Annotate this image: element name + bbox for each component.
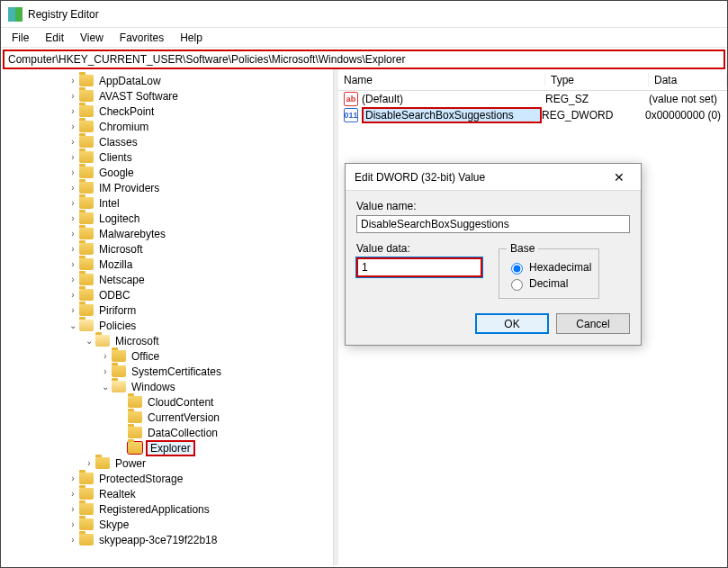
col-header-name[interactable]: Name xyxy=(338,74,545,86)
value-data: 0x00000000 (0) xyxy=(645,109,727,122)
list-row[interactable]: ab(Default)REG_SZ(value not set) xyxy=(338,91,727,107)
chevron-down-icon[interactable]: ⌄ xyxy=(67,320,78,331)
chevron-right-icon[interactable]: › xyxy=(67,137,78,148)
tree-item-piriform[interactable]: ›Piriform xyxy=(1,302,333,318)
tree-item-malwarebytes[interactable]: ›Malwarebytes xyxy=(1,226,333,241)
folder-icon xyxy=(79,151,94,163)
tree-item-classes[interactable]: ›Classes xyxy=(1,134,333,149)
col-header-data[interactable]: Data xyxy=(649,74,727,86)
radio-hex-row[interactable]: Hexadecimal xyxy=(507,260,591,275)
chevron-right-icon[interactable]: › xyxy=(67,213,78,224)
address-text: Computer\HKEY_CURRENT_USER\Software\Poli… xyxy=(8,53,405,66)
tree-item-currentversion[interactable]: CurrentVersion xyxy=(1,410,333,425)
tree-item-policies[interactable]: ⌄Policies xyxy=(1,318,333,333)
tree-item-realtek[interactable]: ›Realtek xyxy=(1,486,333,501)
menu-view[interactable]: View xyxy=(73,30,111,46)
chevron-right-icon[interactable]: › xyxy=(67,76,78,86)
value-name-input[interactable] xyxy=(356,215,630,233)
chevron-right-icon[interactable]: › xyxy=(67,244,78,255)
folder-icon xyxy=(95,335,110,347)
chevron-right-icon[interactable]: › xyxy=(67,91,78,102)
menu-file[interactable]: File xyxy=(4,30,36,46)
radio-dec-label: Decimal xyxy=(529,277,568,290)
tree-item-label: Power xyxy=(113,457,148,470)
tree-item-clients[interactable]: ›Clients xyxy=(1,149,333,165)
tree-item-windows[interactable]: ⌄Windows xyxy=(1,379,333,394)
chevron-right-icon[interactable]: › xyxy=(67,167,78,178)
tree-item-skypeapp-3ce719f22b18[interactable]: ›skypeapp-3ce719f22b18 xyxy=(1,532,333,547)
col-header-type[interactable]: Type xyxy=(545,74,649,86)
tree-item-appdatalow[interactable]: ›AppDataLow xyxy=(1,73,333,88)
folder-icon xyxy=(79,182,94,194)
tree-item-im-providers[interactable]: ›IM Providers xyxy=(1,180,333,195)
folder-icon xyxy=(128,427,142,438)
chevron-right-icon[interactable]: › xyxy=(67,473,78,484)
chevron-right-icon[interactable]: › xyxy=(67,275,78,285)
tree-item-label: CheckPoint xyxy=(97,105,156,118)
list-row[interactable]: 011DisableSearchBoxSuggestionsREG_DWORD0… xyxy=(338,107,727,123)
chevron-right-icon[interactable]: › xyxy=(67,504,78,515)
chevron-down-icon[interactable]: ⌄ xyxy=(100,382,111,392)
radio-dec[interactable] xyxy=(511,279,523,291)
menu-help[interactable]: Help xyxy=(173,30,210,46)
folder-icon xyxy=(79,503,94,515)
folder-icon xyxy=(79,197,94,209)
tree-item-intel[interactable]: ›Intel xyxy=(1,195,333,211)
chevron-right-icon[interactable]: › xyxy=(100,351,111,362)
chevron-right-icon[interactable]: › xyxy=(67,183,78,194)
chevron-right-icon[interactable]: › xyxy=(67,152,78,163)
tree-item-odbc[interactable]: ›ODBC xyxy=(1,287,333,302)
address-bar[interactable]: Computer\HKEY_CURRENT_USER\Software\Poli… xyxy=(3,50,725,69)
tree-item-netscape[interactable]: ›Netscape xyxy=(1,272,333,287)
close-icon[interactable]: ✕ xyxy=(607,167,632,188)
tree-item-explorer[interactable]: Explorer xyxy=(1,440,333,455)
tree-item-mozilla[interactable]: ›Mozilla xyxy=(1,257,333,272)
tree-item-label: CloudContent xyxy=(146,396,215,409)
tree-item-datacollection[interactable]: DataCollection xyxy=(1,425,333,440)
chevron-right-icon[interactable]: › xyxy=(67,489,78,500)
chevron-right-icon[interactable]: › xyxy=(67,106,78,117)
chevron-right-icon[interactable]: › xyxy=(100,366,111,377)
tree-item-protectedstorage[interactable]: ›ProtectedStorage xyxy=(1,471,333,486)
value-data-input[interactable] xyxy=(356,257,482,277)
chevron-right-icon[interactable]: › xyxy=(67,122,78,132)
chevron-right-icon[interactable]: › xyxy=(67,535,78,545)
tree-item-logitech[interactable]: ›Logitech xyxy=(1,211,333,226)
folder-icon xyxy=(79,228,94,239)
tree-item-microsoft[interactable]: ›Microsoft xyxy=(1,241,333,257)
tree-pane[interactable]: ›AppDataLow›AVAST Software›CheckPoint›Ch… xyxy=(1,69,334,565)
tree-item-office[interactable]: ›Office xyxy=(1,348,333,364)
tree-item-checkpoint[interactable]: ›CheckPoint xyxy=(1,104,333,119)
tree-item-systemcertificates[interactable]: ›SystemCertificates xyxy=(1,364,333,379)
menu-favorites[interactable]: Favorites xyxy=(112,30,171,46)
tree-item-microsoft[interactable]: ⌄Microsoft xyxy=(1,333,333,348)
tree-item-label: Microsoft xyxy=(113,335,161,347)
chevron-right-icon[interactable]: › xyxy=(84,458,94,469)
chevron-right-icon[interactable]: › xyxy=(67,290,78,301)
chevron-right-icon[interactable]: › xyxy=(67,229,78,239)
cancel-button[interactable]: Cancel xyxy=(556,313,630,334)
tree-item-avast-software[interactable]: ›AVAST Software xyxy=(1,88,333,104)
chevron-down-icon[interactable]: ⌄ xyxy=(84,336,94,347)
chevron-right-icon[interactable]: › xyxy=(67,259,78,270)
menubar: FileEditViewFavoritesHelp xyxy=(1,28,727,48)
dialog-titlebar[interactable]: Edit DWORD (32-bit) Value ✕ xyxy=(346,164,641,191)
tree-item-label: RegisteredApplications xyxy=(97,503,211,516)
radio-hex[interactable] xyxy=(511,263,523,275)
chevron-right-icon[interactable]: › xyxy=(67,519,78,530)
tree-item-label: Windows xyxy=(130,381,177,393)
tree-item-chromium[interactable]: ›Chromium xyxy=(1,119,333,134)
chevron-right-icon[interactable]: › xyxy=(67,198,78,209)
tree-item-google[interactable]: ›Google xyxy=(1,165,333,180)
ok-button[interactable]: OK xyxy=(475,313,549,334)
tree-item-skype[interactable]: ›Skype xyxy=(1,517,333,532)
folder-icon xyxy=(79,473,94,484)
tree-item-registeredapplications[interactable]: ›RegisteredApplications xyxy=(1,501,333,517)
tree-item-power[interactable]: ›Power xyxy=(1,455,333,471)
radio-dec-row[interactable]: Decimal xyxy=(507,276,591,291)
folder-icon xyxy=(112,350,126,362)
chevron-right-icon[interactable]: › xyxy=(67,305,78,316)
menu-edit[interactable]: Edit xyxy=(38,30,71,46)
tree-item-label: skypeapp-3ce719f22b18 xyxy=(97,534,219,546)
tree-item-cloudcontent[interactable]: CloudContent xyxy=(1,394,333,410)
